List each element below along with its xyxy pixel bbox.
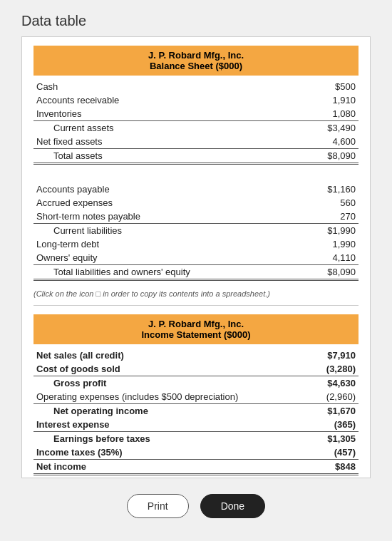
table-row-value: $1,305 [311, 432, 359, 446]
table-row-label: Total liabilities and owners' equity [33, 265, 301, 280]
income-statement-header: J. P. Robard Mfg., Inc. Income Statement… [33, 314, 359, 344]
table-row-label: Operating expenses (includes $500 deprec… [33, 390, 311, 404]
table-row-label: Long-term debt [33, 237, 301, 251]
table-row-label: Interest expense [33, 418, 311, 432]
done-button[interactable]: Done [200, 494, 265, 518]
income-statement-title: Income Statement ($000) [39, 329, 353, 340]
table-row: Accrued expenses560 [33, 196, 359, 210]
table-row-value: (2,960) [311, 390, 359, 404]
table-row-label: Income taxes (35%) [33, 445, 311, 460]
income-statement-table: Net sales (all credit)$7,910Cost of good… [33, 349, 359, 475]
table-row-label: Gross profit [33, 376, 311, 391]
table-row-label: Accounts receivable [33, 93, 301, 107]
table-row: Current liabilities$1,990 [33, 224, 359, 238]
table-row-value: 1,910 [301, 93, 359, 107]
data-table-container: J. P. Robard Mfg., Inc. Balance Sheet ($… [21, 36, 371, 478]
balance-sheet-company: J. P. Robard Mfg., Inc. [39, 50, 353, 61]
table-row: Cost of goods sold(3,280) [33, 362, 359, 376]
table-row: Net operating income$1,670 [33, 404, 359, 418]
footer-buttons: Print Done [127, 494, 265, 518]
table-row-value: $1,670 [311, 404, 359, 418]
table-row-value: $848 [311, 460, 359, 475]
table-row: Owners' equity4,110 [33, 251, 359, 265]
table-row: Short-term notes payable270 [33, 210, 359, 224]
table-row: Total liabilities and owners' equity$8,0… [33, 265, 359, 280]
page-title: Data table [0, 0, 108, 36]
table-row-label: Accounts payable [33, 182, 301, 196]
table-row-label: Current assets [33, 121, 301, 135]
table-row-value: $1,160 [301, 182, 359, 196]
table-row-value: 4,110 [301, 251, 359, 265]
table-row-value: $4,630 [311, 376, 359, 391]
table-row: Earnings before taxes$1,305 [33, 432, 359, 446]
balance-sheet-table: Cash$500Accounts receivable1,910Inventor… [33, 80, 359, 281]
table-row-value: $500 [301, 80, 359, 93]
table-row-value: (3,280) [311, 362, 359, 376]
table-row-value: $8,090 [301, 265, 359, 280]
table-row: Total assets$8,090 [33, 149, 359, 164]
table-row-label: Accrued expenses [33, 196, 301, 210]
income-statement-section: J. P. Robard Mfg., Inc. Income Statement… [22, 306, 370, 478]
balance-sheet-header: J. P. Robard Mfg., Inc. Balance Sheet ($… [33, 46, 359, 76]
table-row: Inventories1,080 [33, 107, 359, 121]
print-button[interactable]: Print [127, 494, 189, 518]
table-row-label: Net sales (all credit) [33, 349, 311, 362]
table-row-value: $8,090 [301, 149, 359, 164]
table-row: Operating expenses (includes $500 deprec… [33, 390, 359, 404]
table-row: Net income$848 [33, 460, 359, 475]
table-row-label: Short-term notes payable [33, 210, 301, 224]
table-row-value: $7,910 [311, 349, 359, 362]
table-row: Net fixed assets4,600 [33, 135, 359, 149]
table-row-value: 560 [301, 196, 359, 210]
table-row: Current assets$3,490 [33, 121, 359, 135]
table-row-label: Cash [33, 80, 301, 93]
income-statement-company: J. P. Robard Mfg., Inc. [39, 319, 353, 329]
table-row: Accounts payable$1,160 [33, 182, 359, 196]
table-row: Gross profit$4,630 [33, 376, 359, 391]
table-row-value: 1,990 [301, 237, 359, 251]
table-row-value: 1,080 [301, 107, 359, 121]
table-row-label: Current liabilities [33, 224, 301, 238]
table-row: Accounts receivable1,910 [33, 93, 359, 107]
table-row-label: Net fixed assets [33, 135, 301, 149]
table-row-label: Net operating income [33, 404, 311, 418]
table-row: Income taxes (35%)(457) [33, 445, 359, 460]
table-row-label: Inventories [33, 107, 301, 121]
table-row-value: $3,490 [301, 121, 359, 135]
balance-sheet-title: Balance Sheet ($000) [39, 61, 353, 71]
table-row-label: Net income [33, 460, 311, 475]
table-row-value: (365) [311, 418, 359, 432]
table-row-label: Total assets [33, 149, 301, 164]
balance-sheet-click-note: (Click on the icon □ in order to copy it… [22, 287, 370, 305]
table-row-value: 270 [301, 210, 359, 224]
table-row-value: (457) [311, 445, 359, 460]
table-row-label: Owners' equity [33, 251, 301, 265]
table-row: Interest expense(365) [33, 418, 359, 432]
table-row-value: 4,600 [301, 135, 359, 149]
balance-sheet-section: J. P. Robard Mfg., Inc. Balance Sheet ($… [22, 37, 370, 287]
table-row: Cash$500 [33, 80, 359, 93]
table-row: Net sales (all credit)$7,910 [33, 349, 359, 362]
table-row: Long-term debt1,990 [33, 237, 359, 251]
table-row-label: Cost of goods sold [33, 362, 311, 376]
table-row-value: $1,990 [301, 224, 359, 238]
table-row-label: Earnings before taxes [33, 432, 311, 446]
